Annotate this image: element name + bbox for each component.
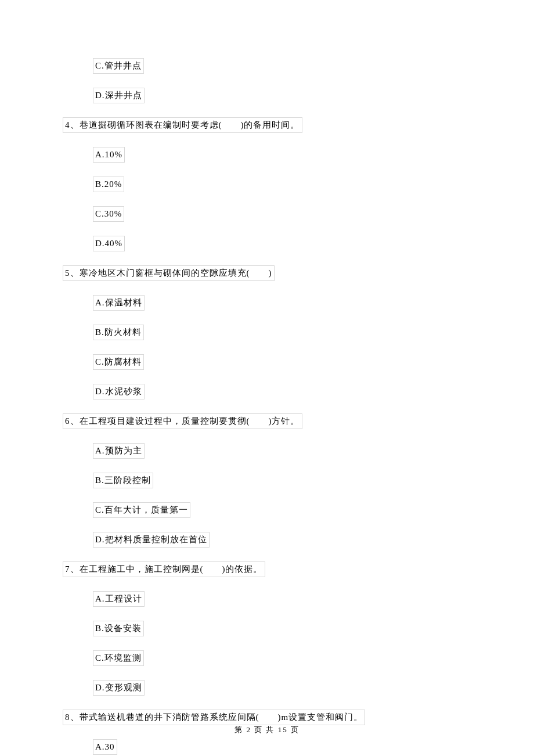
option-text: C.环境监测 [93,650,144,666]
option-text: A.30 [93,739,117,755]
option-text: C.防腐材料 [93,354,144,370]
option-text: B.三阶段控制 [93,473,153,488]
question-text: 7、在工程施工中，施工控制网是( )的依据。 [63,561,265,577]
option-text: B.20% [93,177,124,192]
option-text: A.工程设计 [93,591,145,607]
option-text: C.管井井点 [93,58,144,74]
page-footer: 第 2 页 共 15 页 [0,725,534,735]
option-text: D.水泥砂浆 [93,384,145,399]
option-text: D.深井井点 [93,88,145,103]
question-text: 6、在工程项目建设过程中，质量控制要贯彻( )方针。 [63,413,302,429]
option-text: D.40% [93,236,125,251]
question-text: 4、巷道掘砌循环图表在编制时要考虑( )的备用时间。 [63,117,302,133]
option-text: A.10% [93,147,125,163]
option-text: B.防火材料 [93,325,144,340]
document-content: C.管井井点 D.深井井点 4、巷道掘砌循环图表在编制时要考虑( )的备用时间。… [0,58,534,756]
option-text: A.预防为主 [93,443,145,459]
option-text: C.百年大计，质量第一 [93,502,190,518]
option-text: A.保温材料 [93,295,145,311]
option-text: D.变形观测 [93,680,145,696]
option-text: B.设备安装 [93,621,144,636]
option-text: D.把材料质量控制放在首位 [93,532,210,548]
question-text: 5、寒冷地区木门窗框与砌体间的空隙应填充( ) [63,265,275,281]
option-text: C.30% [93,206,124,222]
question-text: 8、带式输送机巷道的井下消防管路系统应间隔( )m设置支管和阀门。 [63,710,365,725]
